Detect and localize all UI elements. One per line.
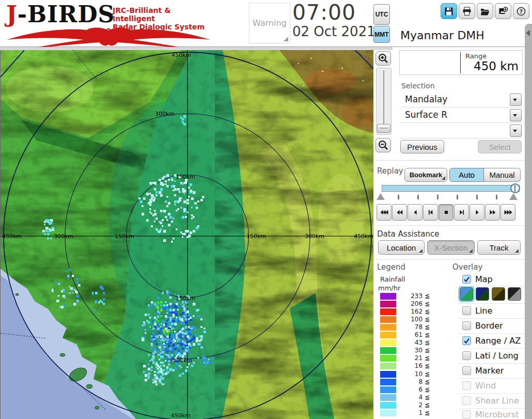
x-section-button[interactable]: X-Section	[427, 240, 475, 255]
legend-threshold: 8 ≦	[399, 378, 430, 385]
zoom-slider[interactable]	[376, 68, 392, 135]
open-folder-button[interactable]	[477, 3, 493, 19]
legend-color-swatch	[380, 347, 396, 354]
data-assistance-label: Data Assistance	[377, 229, 440, 239]
play-reverse-button[interactable]	[408, 204, 423, 221]
legend-threshold: 30 ≦	[399, 347, 430, 354]
warning-button[interactable]: Warning	[249, 3, 290, 43]
check-icon	[463, 337, 471, 345]
map-style-row	[459, 287, 525, 303]
corner-grip-icon	[515, 249, 519, 253]
stop-button[interactable]	[439, 204, 453, 221]
checkbox[interactable]	[462, 366, 471, 375]
checkbox[interactable]	[462, 321, 471, 330]
zoom-out-button[interactable]	[375, 138, 391, 152]
print-button[interactable]	[459, 3, 475, 19]
rewind-button[interactable]	[392, 204, 407, 221]
zoom-slider-handle[interactable]	[377, 124, 390, 133]
play-reverse-icon	[411, 208, 420, 217]
fast-forward-icon	[488, 208, 497, 217]
legend-threshold: 1 ≦	[399, 409, 430, 416]
separator	[375, 160, 525, 161]
open-folder-icon	[480, 6, 490, 17]
overlay-item-range-az[interactable]: Range / AZ	[459, 336, 525, 348]
track-button[interactable]: Track	[477, 240, 521, 255]
utc-button[interactable]: UTC	[373, 4, 390, 25]
overlay-item-label: Map	[475, 274, 493, 284]
overlay-separator	[459, 318, 525, 319]
add-image-icon	[498, 6, 508, 17]
legend-color-swatch	[380, 363, 396, 369]
checkbox[interactable]	[462, 351, 471, 360]
logo-title-j: J	[6, 1, 18, 27]
checkbox[interactable]	[462, 306, 471, 315]
previous-button[interactable]: Previous	[400, 140, 444, 153]
play-button[interactable]	[470, 204, 484, 221]
selection-label: Selection	[401, 82, 435, 90]
help-icon: ?	[516, 6, 526, 17]
map-style-swatch-3[interactable]	[492, 287, 505, 301]
panel-splitter[interactable]	[525, 24, 532, 419]
replay-slider-handle[interactable]	[510, 183, 520, 193]
slider-tick	[476, 195, 478, 199]
clock: 07:00 02 Oct 2021	[292, 1, 370, 39]
manual-mode-button[interactable]: Manual	[484, 168, 521, 182]
legend-threshold: 233 ≦	[399, 292, 430, 300]
bookmark-button[interactable]: Bookmark	[404, 168, 447, 182]
overlay-item-line[interactable]: Line	[459, 306, 525, 318]
fast-forward-button[interactable]	[485, 204, 500, 221]
fast-rewind-button[interactable]	[377, 204, 392, 221]
separator	[375, 225, 525, 226]
jbirds-logo: J-BIRDS JRC-Brilliant & Intelligent Rada…	[5, 2, 212, 46]
zoom-in-button[interactable]	[375, 51, 391, 66]
chevron-down-icon[interactable]	[510, 109, 522, 121]
station-dropdown-value: Mandalay	[405, 94, 447, 104]
overlay-item-marker[interactable]: Marker	[459, 366, 525, 378]
mmt-button[interactable]: MMT	[373, 26, 390, 43]
collapse-panel-icon	[526, 30, 530, 36]
corner-grip-icon	[442, 176, 445, 180]
step-back-button[interactable]	[423, 204, 438, 221]
step-forward-button[interactable]	[454, 204, 469, 221]
add-image-button[interactable]	[495, 3, 511, 19]
product-dropdown[interactable]: Surface R	[400, 107, 523, 123]
option-dropdown[interactable]	[400, 123, 523, 138]
checkbox[interactable]	[462, 336, 471, 345]
map-style-swatch-4[interactable]	[508, 287, 521, 301]
map-style-swatch-2[interactable]	[476, 287, 489, 301]
replay-slider-track[interactable]	[382, 185, 520, 192]
legend-threshold: 4 ≦	[399, 394, 430, 401]
range-divider	[460, 52, 461, 73]
map-style-swatch-1[interactable]	[460, 287, 473, 301]
select-button[interactable]: Select	[478, 140, 522, 153]
skip-forward-button[interactable]	[500, 204, 515, 221]
legend-color-swatch	[380, 386, 396, 393]
legend-color-swatch	[380, 371, 396, 378]
overlay-separator	[459, 333, 525, 334]
zoom-slider-groove	[383, 70, 384, 126]
overlay-item-lati-long[interactable]: Lati / Long	[459, 351, 525, 363]
toolbar: ?	[441, 3, 529, 19]
checkbox	[462, 396, 471, 405]
legend-color-swatch	[380, 293, 396, 300]
location-button[interactable]: Location	[378, 240, 425, 255]
station-dropdown[interactable]: Mandalay	[400, 92, 523, 107]
save-button[interactable]	[441, 3, 457, 19]
overlay-item-label: Range / AZ	[475, 336, 521, 346]
help-button[interactable]: ?	[513, 3, 529, 19]
checkbox	[462, 381, 471, 390]
slider-start-marker[interactable]	[377, 193, 385, 200]
slider-end-marker[interactable]	[509, 193, 518, 200]
clock-time: 07:00	[292, 1, 370, 24]
radar-map[interactable]: 450km300km150km150km300km450km450km300km…	[0, 50, 373, 419]
chevron-down-icon[interactable]	[510, 94, 522, 106]
range-ring-label: 450km	[171, 52, 191, 58]
range-ring-label: 150km	[176, 174, 195, 180]
checkbox[interactable]	[462, 275, 471, 284]
overlay-item-map[interactable]: Map	[459, 274, 525, 287]
svg-text:?: ?	[520, 8, 523, 15]
overlay-item-border[interactable]: Border	[459, 321, 525, 333]
auto-mode-button[interactable]: Auto	[449, 168, 484, 182]
chevron-down-icon[interactable]	[510, 125, 522, 137]
overlay-item-label: Microburst	[475, 410, 519, 419]
